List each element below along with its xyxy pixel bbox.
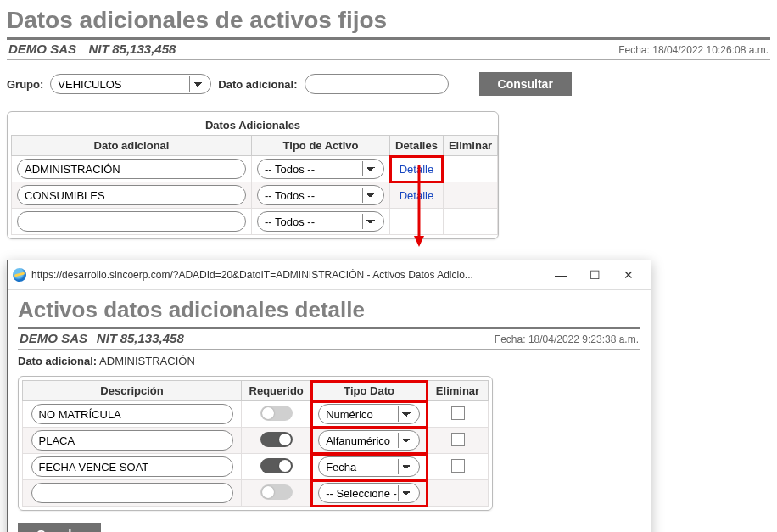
table-row: -- Seleccione -- (23, 480, 489, 507)
popup-dato-label: Dato adicional: (18, 355, 97, 367)
dato-adicional-label: Dato adicional: (218, 78, 297, 91)
tipo-dato-select[interactable]: -- Seleccione -- (318, 483, 420, 503)
detail-table: Descripción Requerido Tipo Dato Eliminar… (22, 380, 489, 507)
requerido-toggle[interactable] (260, 406, 293, 421)
guardar-button[interactable]: Guardar (18, 523, 101, 532)
tipo-dato-select[interactable]: Alfanumérico (318, 430, 420, 451)
requerido-toggle[interactable] (260, 458, 293, 473)
col-dato: Dato adicional (12, 136, 252, 156)
desc-input[interactable] (31, 456, 233, 477)
table-row: Numérico (23, 401, 489, 428)
popup-nit: 85,133,458 (120, 331, 184, 345)
table-row: -- Todos -- Detalle (12, 156, 498, 182)
close-button[interactable]: ✕ (612, 264, 646, 286)
divider (7, 59, 770, 60)
dato-input[interactable] (17, 159, 246, 179)
grupo-select[interactable]: VEHICULOS (50, 74, 211, 94)
consultar-button[interactable]: Consultar (479, 72, 572, 96)
dato-input[interactable] (17, 185, 246, 205)
maximize-button[interactable]: ☐ (578, 264, 612, 286)
datos-adicionales-panel: Datos Adicionales Dato adicional Tipo de… (7, 111, 499, 239)
tipo-dato-select[interactable]: Numérico (318, 404, 420, 424)
requerido-toggle[interactable] (260, 432, 293, 447)
table-row: Fecha (23, 454, 489, 480)
eliminar-checkbox[interactable] (451, 406, 465, 420)
col-detalles: Detalles (390, 136, 444, 156)
divider (7, 37, 770, 40)
popup-title: Activos datos adicionales detalle (18, 297, 640, 323)
dato-adicional-input[interactable] (305, 74, 449, 94)
popup-timestamp-label: Fecha: (495, 333, 526, 345)
eliminar-checkbox[interactable] (451, 433, 465, 446)
nit-value: 85,133,458 (112, 42, 176, 56)
table-row: Alfanumérico (23, 428, 489, 454)
divider (18, 327, 640, 329)
datos-adicionales-table: Dato adicional Tipo de Activo Detalles E… (11, 135, 498, 235)
popup-dato-value: ADMINISTRACIÓN (99, 355, 195, 367)
detail-table-panel: Descripción Requerido Tipo Dato Eliminar… (18, 376, 493, 511)
divider (18, 349, 640, 350)
company-name: DEMO SAS (8, 42, 76, 56)
desc-input[interactable] (31, 404, 233, 424)
window-titlebar: https://desarrollo.sincoerp.com/?ADADId=… (8, 260, 651, 290)
table-row: -- Todos -- (12, 209, 498, 235)
tipo-dato-select[interactable]: Fecha (318, 456, 420, 477)
col-tipo: Tipo de Activo (252, 136, 390, 156)
col-elim: Eliminar (428, 381, 489, 401)
detalle-link[interactable]: Detalle (400, 189, 433, 202)
page-title: Datos adicionales de activos fijos (7, 7, 770, 34)
ie-icon (13, 268, 26, 282)
tipo-select[interactable]: -- Todos -- (257, 211, 384, 232)
popup-timestamp: 18/04/2022 9:23:38 a.m. (528, 333, 639, 345)
requerido-toggle[interactable] (260, 484, 293, 500)
desc-input[interactable] (31, 430, 233, 451)
eliminar-checkbox[interactable] (451, 459, 465, 473)
window-url: https://desarrollo.sincoerp.com/?ADADId=… (31, 269, 544, 281)
col-req: Requerido (242, 381, 311, 401)
minimize-button[interactable]: — (544, 264, 578, 286)
panel-title: Datos Adicionales (11, 115, 495, 135)
col-tipo-dato: Tipo Dato (311, 381, 428, 401)
desc-input[interactable] (31, 483, 233, 503)
detail-popup-window: https://desarrollo.sincoerp.com/?ADADId=… (7, 260, 651, 532)
detalle-link[interactable]: Detalle (400, 163, 433, 176)
timestamp-label: Fecha: (618, 44, 650, 56)
nit-label: NIT (88, 42, 109, 56)
col-desc: Descripción (23, 381, 242, 401)
dato-input[interactable] (17, 211, 246, 232)
tipo-select[interactable]: -- Todos -- (257, 185, 384, 205)
grupo-label: Grupo: (7, 78, 43, 91)
col-eliminar: Eliminar (443, 136, 497, 156)
popup-nit-label: NIT (97, 331, 117, 345)
timestamp-value: 18/04/2022 10:26:08 a.m. (652, 44, 769, 56)
tipo-select[interactable]: -- Todos -- (257, 159, 384, 179)
table-row: -- Todos -- Detalle (12, 182, 498, 209)
popup-company: DEMO SAS (20, 331, 87, 345)
